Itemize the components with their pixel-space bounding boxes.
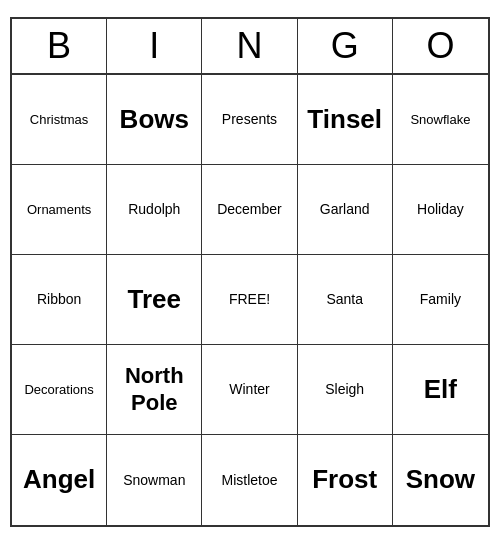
- bingo-cell-r4-c4: Snow: [393, 435, 488, 525]
- bingo-cell-r1-c0: Ornaments: [12, 165, 107, 255]
- header-letter-g: G: [298, 19, 393, 73]
- bingo-cell-r1-c2: December: [202, 165, 297, 255]
- bingo-cell-r4-c1: Snowman: [107, 435, 202, 525]
- bingo-cell-r2-c4: Family: [393, 255, 488, 345]
- bingo-cell-r0-c0: Christmas: [12, 75, 107, 165]
- bingo-cell-r3-c1: North Pole: [107, 345, 202, 435]
- bingo-card: BINGO ChristmasBowsPresentsTinselSnowfla…: [10, 17, 490, 527]
- bingo-cell-r2-c1: Tree: [107, 255, 202, 345]
- bingo-cell-r0-c4: Snowflake: [393, 75, 488, 165]
- bingo-cell-r3-c0: Decorations: [12, 345, 107, 435]
- bingo-cell-r0-c2: Presents: [202, 75, 297, 165]
- bingo-cell-r2-c0: Ribbon: [12, 255, 107, 345]
- bingo-cell-r2-c2: FREE!: [202, 255, 297, 345]
- bingo-header: BINGO: [12, 19, 488, 75]
- bingo-cell-r1-c4: Holiday: [393, 165, 488, 255]
- header-letter-o: O: [393, 19, 488, 73]
- bingo-cell-r4-c3: Frost: [298, 435, 393, 525]
- bingo-cell-r3-c4: Elf: [393, 345, 488, 435]
- bingo-cell-r3-c3: Sleigh: [298, 345, 393, 435]
- bingo-cell-r0-c1: Bows: [107, 75, 202, 165]
- bingo-cell-r2-c3: Santa: [298, 255, 393, 345]
- bingo-cell-r0-c3: Tinsel: [298, 75, 393, 165]
- header-letter-b: B: [12, 19, 107, 73]
- bingo-cell-r4-c0: Angel: [12, 435, 107, 525]
- bingo-cell-r1-c3: Garland: [298, 165, 393, 255]
- bingo-cell-r3-c2: Winter: [202, 345, 297, 435]
- bingo-cell-r1-c1: Rudolph: [107, 165, 202, 255]
- bingo-cell-r4-c2: Mistletoe: [202, 435, 297, 525]
- header-letter-n: N: [202, 19, 297, 73]
- bingo-grid: ChristmasBowsPresentsTinselSnowflakeOrna…: [12, 75, 488, 525]
- header-letter-i: I: [107, 19, 202, 73]
